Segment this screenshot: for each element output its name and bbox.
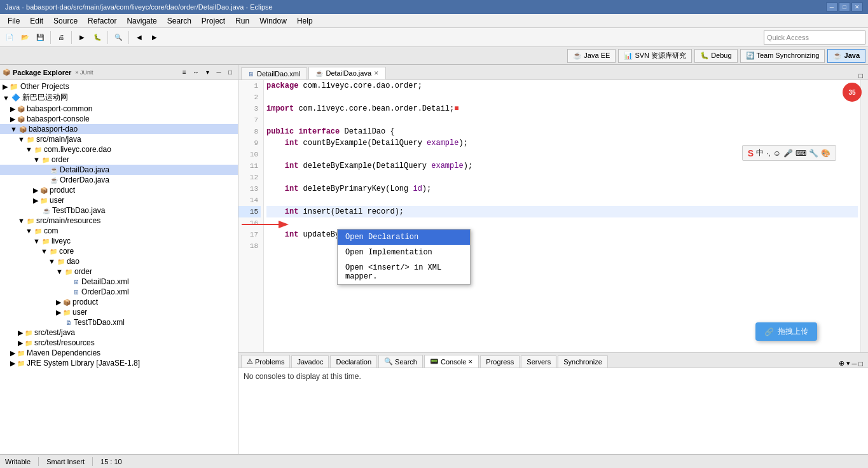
tree-detail-dao-java[interactable]: ☕ DetailDao.java (0, 165, 238, 175)
line-num-16: 16 (238, 217, 261, 229)
ctx-open-xml-mapper[interactable]: Open <insert/> in XML mapper. (338, 260, 470, 284)
float-upload-button[interactable]: 🔗 拖拽上传 (755, 322, 817, 341)
persp-debug[interactable]: 🐛 Debug (694, 49, 737, 63)
minimize-view-button[interactable]: ─ (214, 67, 224, 78)
tb-new-button[interactable]: 📄 (3, 31, 17, 45)
ime-skin[interactable]: 🎨 (821, 149, 830, 158)
tree-detail-dao-xml[interactable]: 🗎 DetailDao.xml (0, 277, 238, 287)
tree-order-dao-java[interactable]: ☕ OrderDao.java (0, 175, 238, 185)
ime-voice[interactable]: 🎤 (783, 149, 793, 158)
editor-scrollbar[interactable] (860, 80, 868, 352)
ime-dot: ·, (766, 149, 771, 158)
quick-access-input[interactable]: Quick Access (764, 31, 865, 45)
editor-maximize-button[interactable]: □ (858, 72, 863, 79)
tree-src-test-resources[interactable]: ▶ 📁 src/test/resources (0, 338, 238, 348)
search-label: Search (395, 358, 417, 366)
menu-run[interactable]: Run (230, 15, 254, 27)
tree-jre-lib[interactable]: ▶ 📁 JRE System Library [JavaSE-1.8] (0, 358, 238, 368)
collapse-all-button[interactable]: ≡ (179, 67, 189, 78)
tab-console-close[interactable]: ✕ (468, 359, 473, 365)
persp-java-ee[interactable]: ☕ Java EE (567, 49, 616, 63)
maximize-button[interactable]: □ (839, 3, 850, 11)
tree-order-resources[interactable]: ▼ 📁 order (0, 266, 238, 277)
tb-run-button[interactable]: ▶ (75, 31, 89, 45)
tb-print-button[interactable]: 🖨 (54, 31, 68, 45)
tree-test-tb-dao-xml[interactable]: 🗎 TestTbDao.xml (0, 317, 238, 327)
tree-com-liveyc-core-dao[interactable]: ▼ 📁 com.liveyc.core.dao (0, 144, 238, 155)
tree-liveyc[interactable]: ▼ 📁 liveyc (0, 236, 238, 246)
persp-svn[interactable]: 📊 SVN 资源库研究 (618, 49, 692, 63)
ime-tools[interactable]: 🔧 (809, 149, 818, 158)
menu-refactor[interactable]: Refactor (83, 15, 121, 27)
tab-servers[interactable]: Servers (521, 355, 556, 368)
menu-window[interactable]: Window (254, 15, 292, 27)
menu-search[interactable]: Search (162, 15, 196, 27)
tree-product[interactable]: ▶ 📦 product (0, 185, 238, 195)
tree-src-main-resources[interactable]: ▼ 📁 src/main/resources (0, 216, 238, 226)
tab-declaration[interactable]: Declaration (330, 355, 377, 368)
menu-file[interactable]: File (3, 15, 25, 27)
tree-src-main-java[interactable]: ▼ 📁 src/main/java (0, 134, 238, 144)
menu-source[interactable]: Source (48, 15, 83, 27)
tab-progress[interactable]: Progress (480, 355, 520, 368)
toolbar: 📄 📂 💾 🖨 ▶ 🐛 🔍 ◀ ▶ Quick Access (0, 28, 868, 47)
tree-core[interactable]: ▼ 📁 core (0, 246, 238, 256)
ime-keyboard[interactable]: ⌨ (796, 149, 806, 158)
tab-problems[interactable]: ⚠ Problems (241, 355, 290, 368)
tb-save-button[interactable]: 💾 (33, 31, 47, 45)
minimize-button[interactable]: ─ (826, 3, 837, 11)
console-maximize-button[interactable]: □ (858, 360, 863, 368)
link-with-editor-button[interactable]: ↔ (191, 67, 201, 78)
tb-back-button[interactable]: ◀ (132, 31, 146, 45)
tree-src-test-java[interactable]: ▶ 📁 src/test/java (0, 327, 238, 338)
menu-project[interactable]: Project (196, 15, 230, 27)
tree-com[interactable]: ▼ 📁 com (0, 226, 238, 236)
line-numbers: 1 2 3 7 8 9 10 11 12 13 14 15 16 17 18 (238, 80, 264, 352)
ctx-open-implementation[interactable]: Open Implementation (338, 245, 470, 260)
tree-dao-resources[interactable]: ▼ 📁 dao (0, 256, 238, 266)
tree-test-tb-dao-java[interactable]: ☕ TestTbDao.java (0, 205, 238, 216)
tree-babasport-console[interactable]: ▶ 📦 babasport-console (0, 114, 238, 124)
tab-detail-dao-java[interactable]: ☕ DetailDao.java ✕ (308, 67, 386, 79)
persp-team-sync[interactable]: 🔄 Team Synchronizing (740, 49, 825, 63)
persp-java[interactable]: ☕ Java (827, 49, 865, 63)
editor-area: 🗎 DetailDao.xml ☕ DetailDao.java ✕ □ 1 2… (238, 65, 868, 352)
tree-order[interactable]: ▼ 📁 order (0, 155, 238, 165)
tree-user-resources[interactable]: ▶ 📁 user (0, 307, 238, 317)
tree-order-dao-xml[interactable]: 🗎 OrderDao.xml (0, 287, 238, 297)
console-menu-button[interactable]: ▾ (846, 359, 850, 368)
tab-close-icon[interactable]: ✕ (374, 70, 379, 76)
console-new-button[interactable]: ⊕ (839, 359, 844, 368)
tree-babasport-dao[interactable]: ▼ 📦 babasport-dao (0, 124, 238, 134)
tab-xml-label: DetailDao.xml (257, 70, 300, 78)
tb-search-button[interactable]: 🔍 (111, 31, 125, 45)
tab-search[interactable]: 🔍 Search (378, 355, 423, 368)
menu-navigate[interactable]: Navigate (121, 15, 162, 27)
tree-product-resources[interactable]: ▶ 📦 product (0, 297, 238, 307)
tb-open-button[interactable]: 📂 (18, 31, 32, 45)
tree-maven-deps[interactable]: ▶ 📁 Maven Dependencies (0, 348, 238, 358)
tab-javadoc[interactable]: Javadoc (291, 355, 329, 368)
close-button[interactable]: ✕ (851, 3, 863, 11)
tree-user[interactable]: ▶ 📁 user (0, 195, 238, 205)
tree-babasport-common[interactable]: ▶ 📦 babasport-common (0, 104, 238, 114)
ctx-open-declaration[interactable]: Open Declaration (338, 230, 470, 245)
tree-other-projects[interactable]: ▶ 📁 Other Projects (0, 81, 238, 92)
line-num-2: 2 (238, 92, 261, 103)
tb-debug-button[interactable]: 🐛 (90, 31, 104, 45)
tab-detail-dao-xml[interactable]: 🗎 DetailDao.xml (241, 67, 307, 79)
tree-xbbydw[interactable]: ▼ 🔷 新巴巴运动网 (0, 92, 238, 104)
tb-forward-button[interactable]: ▶ (148, 31, 162, 45)
ime-emoji[interactable]: ☺ (773, 149, 781, 158)
maximize-view-button[interactable]: □ (225, 67, 235, 78)
tab-synchronize[interactable]: Synchronize (558, 355, 608, 368)
code-editor[interactable]: 1 2 3 7 8 9 10 11 12 13 14 15 16 17 18 (238, 80, 868, 352)
code-content[interactable]: package com.liveyc.core.dao.order; impor… (264, 80, 860, 352)
menu-help[interactable]: Help (292, 15, 318, 27)
menu-edit[interactable]: Edit (25, 15, 48, 27)
ime-chinese[interactable]: 中 (756, 148, 764, 158)
console-minimize-button[interactable]: ─ (852, 360, 857, 368)
problems-icon: ⚠ (247, 357, 253, 366)
tab-console[interactable]: 📟 Console ✕ (424, 355, 479, 368)
view-menu-button[interactable]: ▾ (202, 67, 212, 78)
